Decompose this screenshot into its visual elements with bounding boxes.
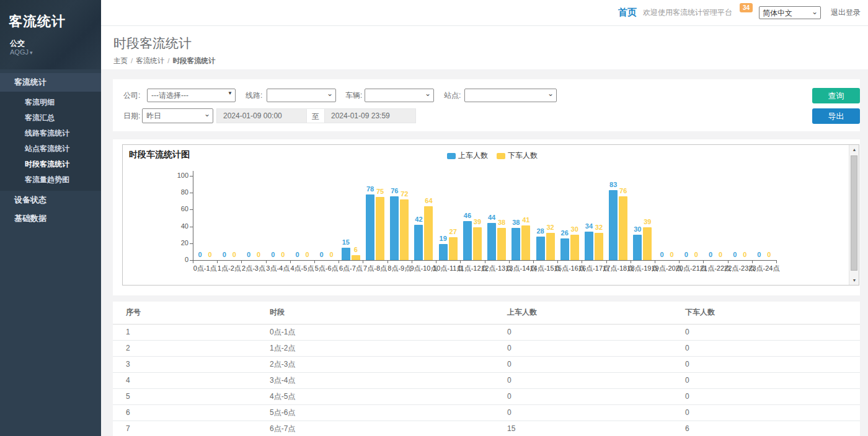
date-from-input[interactable]: [216, 108, 307, 123]
bar: [424, 206, 433, 260]
vehicle-label: 车辆:: [345, 89, 362, 102]
sidebar-subitem[interactable]: 客流明细: [0, 95, 101, 110]
y-tick-label: 80: [166, 188, 188, 196]
x-tick-label: 23点-24点: [743, 264, 784, 273]
line-select[interactable]: [267, 89, 336, 102]
date-preset-wrap: 昨日 ⌄: [142, 108, 213, 123]
page-heading: 时段客流统计 主页/客流统计/时段客流统计: [101, 26, 868, 69]
sidebar-subitem[interactable]: 时段客流统计: [0, 157, 101, 172]
y-tick-label: 100: [166, 172, 188, 179]
bar-value-label: 64: [419, 197, 438, 204]
bar: [619, 196, 627, 260]
bar: [449, 237, 458, 260]
query-button[interactable]: 查询: [812, 88, 860, 103]
y-tick: [190, 243, 193, 244]
bar: [473, 227, 482, 260]
scroll-down-icon[interactable]: ▼: [849, 276, 859, 285]
breadcrumb-home[interactable]: 主页: [113, 57, 128, 64]
scrollbar-thumb[interactable]: [851, 155, 857, 271]
bar-value-label: 72: [395, 190, 414, 198]
y-tick-label: 40: [166, 222, 188, 230]
x-tick: [509, 261, 510, 263]
bar: [400, 199, 409, 260]
x-tick: [485, 261, 485, 263]
table-row: 76点-7点156: [113, 421, 860, 436]
bar: [463, 221, 472, 260]
x-tick: [582, 261, 582, 263]
x-tick: [752, 261, 753, 263]
date-to-input[interactable]: [324, 108, 416, 123]
sidebar-subitem[interactable]: 客流量趋势图: [0, 172, 101, 188]
bar: [609, 190, 618, 260]
home-link[interactable]: 首页: [618, 7, 637, 19]
sidebar-menu: 客流统计客流明细客流汇总线路客流统计站点客流统计时段客流统计客流量趋势图设备状态…: [0, 69, 101, 228]
bar: [487, 223, 496, 260]
company-select[interactable]: ---请选择---: [147, 89, 236, 102]
vehicle-select[interactable]: [365, 89, 434, 102]
x-tick: [703, 261, 704, 263]
sidebar-subitem[interactable]: 客流汇总: [0, 110, 101, 126]
station-select[interactable]: [464, 89, 557, 102]
table-panel: 序号 时段 上车人数 下车人数 10点-1点0021点-2点0032点-3点00…: [113, 302, 860, 436]
org-code-dropdown[interactable]: AQGJ▾: [10, 48, 32, 56]
welcome-text: 欢迎使用客流统计管理平台: [643, 7, 732, 18]
bar: [366, 194, 374, 260]
language-select[interactable]: 简体中文: [759, 6, 821, 19]
date-label: 日期:: [123, 109, 140, 123]
table-row: 65点-6点00: [113, 404, 860, 421]
bar-chart-plot: 0204060801000点-1点001点-2点002点-3点003点-4点00…: [123, 145, 859, 285]
bar: [376, 197, 384, 260]
company-select-wrap: ---请选择--- ▼: [147, 89, 236, 102]
bar: [570, 235, 579, 260]
bar-value-label: 6: [347, 246, 365, 253]
bar: [414, 225, 423, 260]
sidebar: 客流统计 公交 AQGJ▾ 客流统计客流明细客流汇总线路客流统计站点客流统计时段…: [0, 0, 101, 436]
logout-link[interactable]: 退出登录: [831, 7, 861, 18]
sidebar-subitem[interactable]: 站点客流统计: [0, 141, 101, 157]
chart-container: 时段车流统计图 上车人数 下车人数 0204060801000点-1点001点-…: [122, 144, 859, 286]
table-row: 54点-5点00: [113, 388, 860, 404]
breadcrumb-parent[interactable]: 客流统计: [136, 57, 164, 64]
date-preset-select[interactable]: 昨日: [142, 108, 213, 123]
col-header-alighting: 下车人数: [672, 302, 860, 324]
export-button[interactable]: 导出: [812, 108, 860, 124]
content-area: 公司: ---请选择--- ▼ 线路: ⌄ 车辆: ⌄ 站点: ⌄ 日期:: [101, 69, 868, 436]
x-tick: [776, 261, 777, 263]
sidebar-section-2[interactable]: 设备状态: [0, 191, 101, 209]
sidebar-brand: 客流统计 公交 AQGJ▾: [0, 0, 101, 69]
x-tick: [436, 261, 436, 263]
x-tick: [655, 261, 655, 263]
sidebar-subitem[interactable]: 线路客流统计: [0, 126, 101, 141]
company-label: 公司:: [123, 89, 140, 102]
x-tick: [728, 261, 728, 263]
line-select-wrap: ⌄: [267, 89, 336, 102]
bar: [439, 244, 448, 260]
x-tick: [557, 261, 558, 263]
filter-panel: 公司: ---请选择--- ▼ 线路: ⌄ 车辆: ⌄ 站点: ⌄ 日期:: [113, 79, 860, 131]
sidebar-section-1[interactable]: 客流统计: [0, 73, 101, 92]
bar-value-label: 15: [337, 238, 355, 246]
x-tick: [388, 261, 388, 263]
line-label: 线路:: [246, 89, 262, 102]
station-select-wrap: ⌄: [464, 89, 557, 102]
x-tick: [193, 261, 193, 263]
bar: [390, 196, 399, 260]
caret-down-icon: ▾: [30, 50, 33, 56]
station-label: 站点:: [444, 89, 461, 102]
app-logo-title: 客流统计: [9, 12, 66, 31]
x-tick: [679, 261, 680, 263]
scroll-up-icon[interactable]: ▲: [849, 145, 859, 154]
bar: [546, 233, 555, 260]
x-tick: [631, 261, 631, 263]
x-tick: [314, 261, 315, 263]
table-row: 10点-1点00: [113, 324, 860, 340]
bar-value-label: 76: [614, 187, 632, 194]
sidebar-section-3[interactable]: 基础数据: [0, 209, 101, 228]
x-tick: [460, 261, 461, 263]
x-tick: [266, 261, 267, 263]
y-tick: [190, 227, 193, 227]
table-row: 21点-2点00: [113, 340, 860, 356]
sidebar-submenu: 客流明细客流汇总线路客流统计站点客流统计时段客流统计客流量趋势图: [0, 92, 101, 191]
language-select-wrap: 简体中文 ⌄: [759, 6, 821, 19]
chart-scrollbar[interactable]: ▲ ▼: [849, 145, 859, 285]
